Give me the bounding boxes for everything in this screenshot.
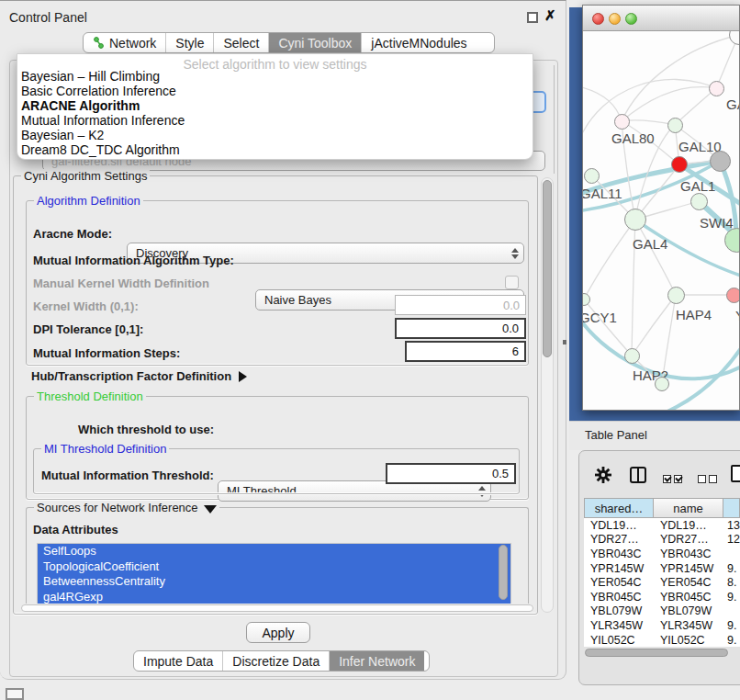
cell-value: 9. <box>723 562 740 575</box>
dropdown-item[interactable]: Basic Correlation Inference <box>17 84 533 98</box>
network-icon <box>93 37 105 49</box>
column-header-shared-name[interactable]: shared… <box>584 498 654 518</box>
manual-kernel-checkbox[interactable] <box>505 276 519 289</box>
data-attributes-label: Data Attributes <box>33 523 118 536</box>
kernel-width-input[interactable]: 0.0 <box>395 295 526 315</box>
float-window-icon[interactable] <box>527 12 538 23</box>
dropdown-item[interactable]: Bayesian – K2 <box>17 128 533 142</box>
tab-select[interactable]: Select <box>214 33 269 52</box>
table-panel-title: Table Panel <box>585 428 647 442</box>
mi-type-value: Naive Bayes <box>264 293 331 307</box>
table-header-row: shared… name <box>584 498 740 518</box>
tab-label: Style <box>175 36 204 51</box>
network-node-label: Y <box>735 308 739 323</box>
network-node[interactable] <box>667 287 685 304</box>
group-title: Cyni Algorithm Settings <box>21 169 150 183</box>
mi-steps-label: Mutual Information Steps: <box>33 346 180 360</box>
cell-shared-name: YPR145W <box>584 562 654 575</box>
combo-arrows-icon <box>511 243 519 263</box>
cell-value: 8. <box>723 576 740 589</box>
network-node[interactable] <box>709 81 724 96</box>
cell-name: YLR345W <box>654 619 723 632</box>
splitpane-handle[interactable] <box>563 340 566 344</box>
cell-shared-name: YDR27… <box>584 533 654 546</box>
network-node[interactable] <box>667 118 683 133</box>
dropdown-item[interactable]: Mutual Information Inference <box>17 113 533 128</box>
tab-label: Impute Data <box>143 654 213 669</box>
mi-threshold-input[interactable]: 0.5 <box>386 463 516 484</box>
settings-hscrollbar-thumb[interactable] <box>21 604 533 612</box>
deselect-all-columns-icon[interactable] <box>698 470 720 487</box>
tab-jactivemnodules[interactable]: jActiveMNodules <box>362 33 476 52</box>
network-node[interactable] <box>655 377 669 391</box>
cell-name: YIL052C <box>654 634 723 647</box>
cell-name: YBR045C <box>654 591 723 604</box>
table-row[interactable]: YLR345W YLR345W 9. <box>584 618 740 633</box>
data-attributes-list: SelfLoopsTopologicalCoefficientBetweenne… <box>37 543 511 604</box>
network-node[interactable] <box>584 168 600 184</box>
dpi-tolerance-input[interactable]: 0.0 <box>395 318 526 339</box>
network-node[interactable] <box>690 193 708 210</box>
group-title: Threshold Definition <box>34 390 146 403</box>
network-node-label: GAL1 <box>680 178 715 194</box>
network-node[interactable] <box>671 156 688 173</box>
network-node-label: GAL80 <box>611 130 655 146</box>
mi-steps-input[interactable]: 6 <box>405 341 526 362</box>
sources-group-toggle[interactable]: Sources for Network Inference <box>34 501 219 514</box>
tab-impute-data[interactable]: Impute Data <box>134 651 223 671</box>
settings-scrollbar-thumb[interactable] <box>543 180 552 357</box>
tab-cyni-toolbox[interactable]: Cyni Toolbox <box>269 33 362 52</box>
minimized-panel-icon[interactable] <box>6 688 24 700</box>
table-row[interactable]: YBL079W YBL079W <box>584 604 740 619</box>
network-node[interactable] <box>726 288 740 303</box>
tab-discretize-data[interactable]: Discretize Data <box>223 651 330 671</box>
network-node[interactable] <box>614 114 630 130</box>
table-row[interactable]: YDL19… YDL19… 13 <box>584 518 740 533</box>
close-window-icon[interactable]: ✗ <box>544 7 556 24</box>
cell-shared-name: YBL079W <box>584 604 654 617</box>
column-header-name[interactable]: name <box>654 498 723 518</box>
dropdown-item[interactable]: Dream8 DC_TDC Algorithm <box>17 142 533 157</box>
table-row[interactable]: YDR27… YDR27… 12 <box>584 533 740 548</box>
network-canvas[interactable]: GALGAL80GAL10GAL1GAL11SWI4GAL4GCY1HAP4YH… <box>583 31 739 410</box>
table-row[interactable]: YBR043C YBR043C <box>584 547 740 561</box>
cyni-bottom-tabbar: Impute Data Discretize Data Infer Networ… <box>133 650 430 672</box>
tab-network[interactable]: Network <box>84 33 166 52</box>
attribute-item-selected[interactable]: TopologicalCoefficient <box>38 559 510 575</box>
select-all-columns-icon[interactable] <box>663 470 685 487</box>
tab-style[interactable]: Style <box>166 33 214 52</box>
table-row[interactable]: YER054C YER054C 8. <box>584 575 740 590</box>
attribute-item-selected[interactable]: SelfLoops <box>38 544 510 559</box>
column-header-cut[interactable] <box>723 498 740 518</box>
mi-threshold-label: Mutual Information Threshold: <box>41 469 214 482</box>
attribute-item-selected[interactable]: gal4RGexp <box>38 590 510 605</box>
network-node-label: GCY1 <box>583 310 617 325</box>
group-title: MI Threshold Definition <box>41 442 169 456</box>
cell-shared-name: YLR345W <box>584 619 654 632</box>
table-row[interactable]: YPR145W YPR145W 9. <box>584 561 740 576</box>
column-panel-icon[interactable] <box>630 467 646 483</box>
attribute-item-selected[interactable]: BetweennessCentrality <box>38 574 510 590</box>
attribute-list-scrollbar[interactable] <box>499 545 508 600</box>
table-horizontal-scrollbar[interactable] <box>585 649 728 657</box>
apply-button[interactable]: Apply <box>246 622 310 643</box>
dropdown-hint: Select algorithm to view settings <box>17 54 533 69</box>
table-row[interactable]: YIL052C YIL052C 9. <box>584 633 740 647</box>
collapsed-arrow-icon <box>239 371 247 382</box>
network-window-titlebar[interactable] <box>583 6 739 31</box>
tab-label: Network <box>109 36 156 51</box>
zoom-traffic-light[interactable] <box>625 13 637 25</box>
tab-infer-network[interactable]: Infer Network <box>330 651 424 671</box>
close-traffic-light[interactable] <box>592 13 604 25</box>
network-node[interactable] <box>624 348 640 364</box>
dropdown-item-selected[interactable]: ARACNE Algorithm <box>17 98 533 113</box>
gear-icon[interactable] <box>595 467 611 483</box>
network-node[interactable] <box>710 151 731 172</box>
table-row[interactable]: YBR045C YBR045C 9. <box>584 590 740 604</box>
minimize-traffic-light[interactable] <box>609 13 621 25</box>
network-node[interactable] <box>624 209 646 231</box>
new-table-icon[interactable] <box>731 465 740 482</box>
cell-value: 9. <box>723 591 740 604</box>
cell-shared-name: YIL052C <box>584 634 654 647</box>
hub-definition-toggle[interactable]: Hub/Transcription Factor Definition <box>31 369 247 383</box>
